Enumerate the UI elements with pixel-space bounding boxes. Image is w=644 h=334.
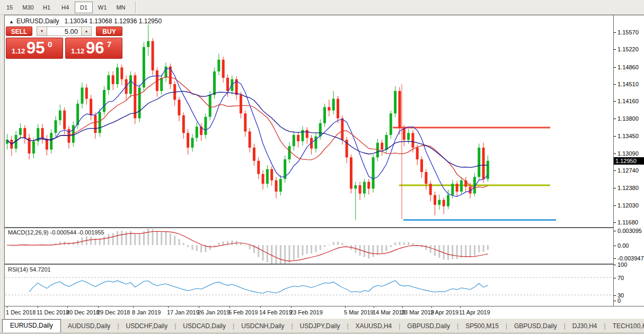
- date-label: 17 Jan 2019: [167, 309, 199, 315]
- sell-button[interactable]: SELL: [6, 26, 32, 36]
- one-click-prices-row: 1.12 95 0 1.12 96 7: [6, 38, 127, 59]
- price-scale-label: 1.13800: [617, 115, 639, 122]
- timeframe-button-d1[interactable]: D1: [75, 2, 93, 13]
- rsi-pane: [5, 277, 613, 295]
- time-axis-tick: [431, 306, 432, 308]
- chart-symbol-label: EURUSD,Daily: [16, 17, 59, 25]
- time-axis-tick: [168, 306, 169, 308]
- macd-histogram-bar: [183, 243, 184, 245]
- time-axis-tick: [98, 306, 99, 308]
- oneclick-collapse-icon[interactable]: ▲: [9, 19, 14, 24]
- volume-increase-button[interactable]: ▲: [81, 26, 92, 36]
- macd-histogram-bar: [209, 245, 211, 250]
- date-label: 29 Dec 2018: [97, 309, 130, 315]
- macd-histogram-bar: [408, 242, 409, 245]
- buy-price-box[interactable]: 1.12 96 7: [65, 38, 122, 59]
- macd-histogram-bar: [487, 245, 489, 250]
- chart-tab-bar: EURUSD,DailyAUDUSD,Daily|USDCHF,Daily|US…: [0, 319, 644, 332]
- macd-signal-line: [7, 231, 488, 261]
- macd-histogram-bar: [139, 234, 140, 245]
- macd-histogram-bar: [333, 242, 334, 245]
- macd-histogram-bar: [244, 245, 246, 246]
- macd-histogram-bar: [337, 241, 339, 245]
- rsi-scale-label: 0: [617, 297, 621, 304]
- macd-histogram-bar: [430, 245, 431, 253]
- time-axis[interactable]: 1 Dec 201811 Dec 201820 Dec 201829 Dec 2…: [5, 306, 644, 319]
- timeframe-button-h4[interactable]: H4: [56, 2, 74, 13]
- macd-histogram-bar: [288, 245, 290, 263]
- price-scale-label: 1.13090: [617, 150, 639, 157]
- macd-scale-label: -0.003947: [617, 255, 644, 261]
- rsi-indicator-label: RSI(14) 54.7201: [8, 266, 51, 273]
- macd-histogram-bar: [470, 245, 471, 257]
- macd-histogram-bar: [214, 245, 215, 247]
- macd-histogram-bar: [271, 245, 272, 264]
- buy-button[interactable]: BUY: [96, 26, 122, 36]
- trading-terminal-window: 15M30H1H4D1W1MN ▲EURUSD,Daily1.13034 1.1…: [0, 0, 644, 334]
- timeframe-button-h1[interactable]: H1: [38, 2, 56, 13]
- macd-histogram-bar: [478, 245, 480, 252]
- timeframe-button-w1[interactable]: W1: [93, 2, 111, 13]
- macd-histogram-bar: [280, 245, 281, 267]
- time-axis-tick: [291, 306, 292, 308]
- timeframe-button-m30[interactable]: M30: [19, 2, 37, 13]
- timeframe-button-15[interactable]: 15: [1, 2, 19, 13]
- macd-histogram-bar: [447, 245, 449, 260]
- buy-price-big-digits: 96: [86, 39, 104, 58]
- time-axis-tick: [7, 306, 7, 308]
- macd-histogram-bar: [200, 245, 202, 252]
- macd-histogram-bar: [191, 245, 193, 250]
- macd-histogram-bar: [249, 245, 251, 249]
- date-label: 26 Jan 2019: [198, 309, 230, 315]
- time-axis-tick: [230, 306, 230, 308]
- price-scale-label: 1.12380: [617, 185, 639, 191]
- macd-histogram-bar: [262, 245, 264, 260]
- macd-scale-label: 0.00: [617, 242, 629, 249]
- buy-price-prefix: 1.12: [71, 47, 84, 55]
- macd-histogram-bar: [324, 245, 325, 247]
- macd-histogram-bar: [452, 245, 453, 259]
- tab-usdchf-daily[interactable]: USDCHF,Daily: [119, 320, 175, 332]
- date-label: 20 Dec 2018: [66, 309, 99, 315]
- time-axis-tick: [199, 306, 199, 308]
- one-click-trading-panel: SELL ▼ ▲ BUY 1.12 95 0 1.12 96 7: [6, 26, 127, 59]
- time-axis-tick: [345, 306, 346, 308]
- tab-eurusd-daily[interactable]: EURUSD,Daily: [2, 319, 61, 332]
- sell-price-box[interactable]: 1.12 95 0: [6, 38, 63, 59]
- macd-histogram-bar: [315, 245, 316, 252]
- tab-usdjpy-daily[interactable]: USDJPY,Daily: [293, 320, 347, 332]
- macd-histogram-bar: [373, 245, 374, 257]
- price-scale-label: 1.15220: [617, 46, 639, 52]
- date-label: 23 Mar 2019: [401, 309, 434, 315]
- toolbar-separator: [135, 2, 136, 13]
- price-scale-label: 1.14510: [617, 81, 639, 87]
- price-scale[interactable]: 1.155701.152201.148601.145101.141601.138…: [613, 15, 644, 306]
- tab-usdcad-daily[interactable]: USDCAD,Daily: [176, 320, 233, 332]
- macd-histogram-bar: [399, 242, 400, 245]
- macd-histogram-bar: [170, 233, 171, 245]
- tab-usdcnh-daily[interactable]: USDCNH,Daily: [234, 320, 291, 332]
- price-scale-label: 1.14860: [617, 64, 639, 70]
- time-axis-tick: [133, 306, 134, 308]
- tab-gbpusd-daily[interactable]: GBPUSD,Daily: [400, 320, 457, 332]
- timeframe-button-mn[interactable]: MN: [112, 2, 130, 13]
- chart-title-row: ▲EURUSD,Daily1.13034 1.13068 1.12936 1.1…: [9, 17, 162, 25]
- tab-dj30-h4[interactable]: DJ30,H4: [566, 320, 604, 332]
- date-label: 8 Jan 2019: [132, 309, 161, 315]
- date-label: 5 Feb 2019: [228, 309, 258, 315]
- tab-tech100-h1[interactable]: TECH100,H1: [606, 320, 644, 332]
- macd-histogram-bar: [178, 239, 180, 245]
- price-chart[interactable]: [5, 15, 613, 306]
- macd-histogram-bar: [412, 243, 413, 245]
- volume-input[interactable]: [47, 26, 81, 36]
- macd-histogram-bar: [231, 240, 233, 245]
- macd-histogram-bar: [386, 245, 387, 251]
- tab-audusd-daily[interactable]: AUDUSD,Daily: [61, 320, 118, 332]
- macd-histogram-bar: [218, 243, 219, 245]
- tab-sp500-m15[interactable]: SP500,M15: [458, 320, 506, 332]
- volume-decrease-button[interactable]: ▼: [37, 26, 47, 36]
- macd-histogram-bar: [456, 245, 458, 259]
- tab-xauusd-h4[interactable]: XAUUSD,H4: [349, 320, 399, 332]
- tab-gbpusd-daily[interactable]: GBPUSD,Daily: [507, 320, 564, 332]
- macd-histogram-bar: [390, 245, 392, 247]
